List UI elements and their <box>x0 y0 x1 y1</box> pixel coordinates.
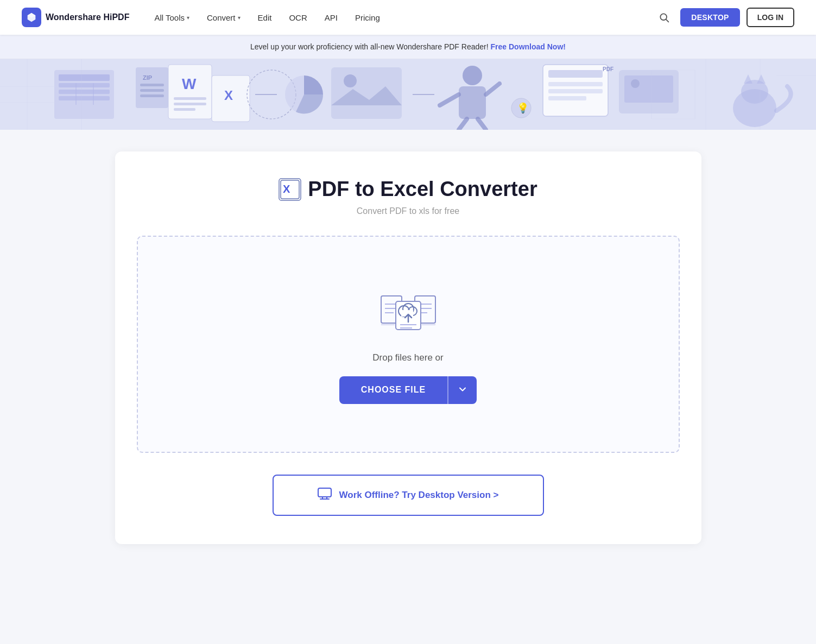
nav-item-edit[interactable]: Edit <box>250 9 280 27</box>
converter-subtitle: Convert PDF to xls for free <box>137 206 680 216</box>
monitor-icon <box>318 488 332 503</box>
svg-point-28 <box>463 66 482 85</box>
desktop-button[interactable]: DESKTOP <box>680 8 740 27</box>
svg-rect-4 <box>59 74 110 81</box>
svg-rect-14 <box>140 94 164 97</box>
chevron-down-icon <box>458 385 467 394</box>
chevron-down-icon: ▾ <box>238 15 241 21</box>
svg-line-1 <box>666 20 668 22</box>
page-title: PDF to Excel Converter <box>308 178 537 201</box>
svg-rect-39 <box>548 89 603 93</box>
upload-illustration <box>378 285 438 339</box>
offline-banner[interactable]: Work Offline? Try Desktop Version > <box>273 475 544 516</box>
svg-rect-13 <box>140 89 164 92</box>
svg-rect-40 <box>548 96 586 100</box>
svg-point-44 <box>631 79 640 88</box>
drop-zone[interactable]: Drop files here or CHOOSE FILE <box>137 236 680 453</box>
svg-text:X: X <box>283 183 290 195</box>
svg-text:X: X <box>224 88 233 103</box>
svg-point-25 <box>344 74 357 87</box>
svg-rect-29 <box>459 86 486 119</box>
logo-icon <box>22 8 41 27</box>
nav-item-api[interactable]: API <box>317 9 345 27</box>
banner-text: Level up your work proficiency with all-… <box>250 42 489 51</box>
svg-text:PDF: PDF <box>603 66 613 72</box>
logo-area[interactable]: Wondershare HiPDF <box>22 8 129 27</box>
svg-rect-43 <box>624 75 673 103</box>
nav-item-pricing[interactable]: Pricing <box>347 9 388 27</box>
svg-rect-38 <box>548 82 603 86</box>
converter-card: X PDF to Excel Converter Convert PDF to … <box>115 151 701 544</box>
nav-actions: DESKTOP LOG IN <box>654 8 794 27</box>
svg-rect-12 <box>140 84 164 86</box>
offline-text: Work Offline? Try Desktop Version > <box>339 490 499 501</box>
svg-rect-2 <box>0 59 816 130</box>
file-source-dropdown-button[interactable] <box>447 376 477 404</box>
navbar: Wondershare HiPDF All Tools ▾ Convert ▾ … <box>0 0 816 35</box>
banner-link[interactable]: Free Download Now! <box>491 42 566 51</box>
nav-item-all-tools[interactable]: All Tools ▾ <box>147 9 197 27</box>
svg-text:W: W <box>182 75 197 92</box>
svg-rect-37 <box>548 70 603 78</box>
svg-rect-10 <box>136 67 168 108</box>
nav-item-convert[interactable]: Convert ▾ <box>199 9 248 27</box>
excel-pdf-icon: X <box>279 178 301 201</box>
nav-item-ocr[interactable]: OCR <box>281 9 314 27</box>
svg-rect-5 <box>59 83 110 87</box>
main-content: X PDF to Excel Converter Convert PDF to … <box>104 130 712 577</box>
svg-text:ZIP: ZIP <box>143 74 152 81</box>
svg-rect-17 <box>174 97 206 100</box>
chevron-down-icon: ▾ <box>187 15 189 21</box>
svg-rect-81 <box>318 488 331 497</box>
search-button[interactable] <box>654 8 674 27</box>
login-button[interactable]: LOG IN <box>747 8 794 27</box>
svg-rect-7 <box>59 96 110 100</box>
drop-text: Drop files here or <box>372 352 443 363</box>
svg-point-0 <box>661 14 667 20</box>
promo-banner: Level up your work proficiency with all-… <box>0 35 816 59</box>
choose-file-group: CHOOSE FILE <box>339 376 477 404</box>
svg-rect-19 <box>174 108 195 111</box>
converter-title: X PDF to Excel Converter <box>137 178 680 201</box>
choose-file-button[interactable]: CHOOSE FILE <box>339 376 447 404</box>
logo-text: Wondershare HiPDF <box>46 12 129 22</box>
nav-links: All Tools ▾ Convert ▾ Edit OCR API Prici… <box>147 9 654 27</box>
svg-rect-18 <box>174 103 206 105</box>
hero-illustration: ZIP W X 💡 <box>0 59 816 130</box>
svg-rect-6 <box>59 90 110 94</box>
svg-text:💡: 💡 <box>517 102 529 114</box>
